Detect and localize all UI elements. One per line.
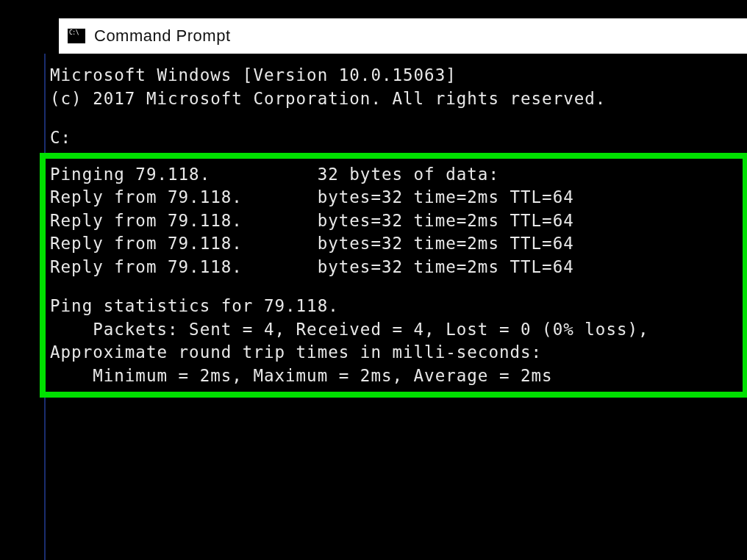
window-titlebar[interactable]: Command Prompt [59,18,747,54]
screen: Command Prompt Microsoft Windows [Versio… [0,0,747,560]
blank-line [50,279,741,295]
blank-line [50,110,744,126]
pinging-line: Pinging 79.118. 32 bytes of data: [50,163,741,187]
reply-line: Reply from 79.118. bytes=32 time=2ms TTL… [50,232,741,256]
packets-line: Packets: Sent = 4, Received = 4, Lost = … [50,318,741,342]
prompt-line: C: [50,126,744,150]
reply-line: Reply from 79.118. bytes=32 time=2ms TTL… [50,209,741,233]
cmd-icon [68,29,85,43]
copyright-line: (c) 2017 Microsoft Corporation. All righ… [50,87,744,111]
reply-line: Reply from 79.118. bytes=32 time=2ms TTL… [50,186,741,209]
reply-line: Reply from 79.118. bytes=32 time=2ms TTL… [50,256,741,279]
rtt-header-line: Approximate round trip times in milli-se… [50,341,741,365]
terminal-area[interactable]: Microsoft Windows [Version 10.0.15063] (… [44,54,747,560]
stats-header-line: Ping statistics for 79.118. [50,295,741,318]
version-line: Microsoft Windows [Version 10.0.15063] [50,64,744,87]
ping-output-highlight: Pinging 79.118. 32 bytes of data: Reply … [40,153,747,398]
rtt-line: Minimum = 2ms, Maximum = 2ms, Average = … [50,365,741,388]
window-title: Command Prompt [94,26,231,46]
